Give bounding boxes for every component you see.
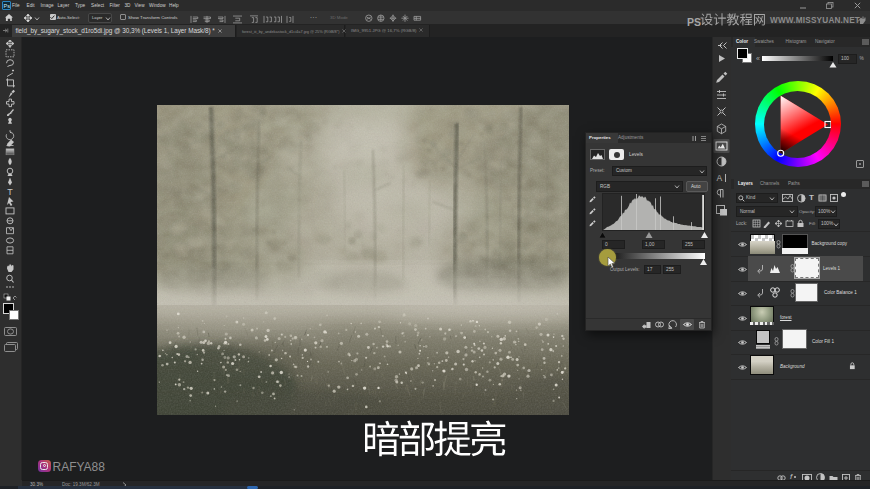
- svg-text:PS: PS: [687, 16, 701, 28]
- svg-text:T: T: [7, 187, 13, 197]
- svg-text:A: A: [717, 173, 723, 183]
